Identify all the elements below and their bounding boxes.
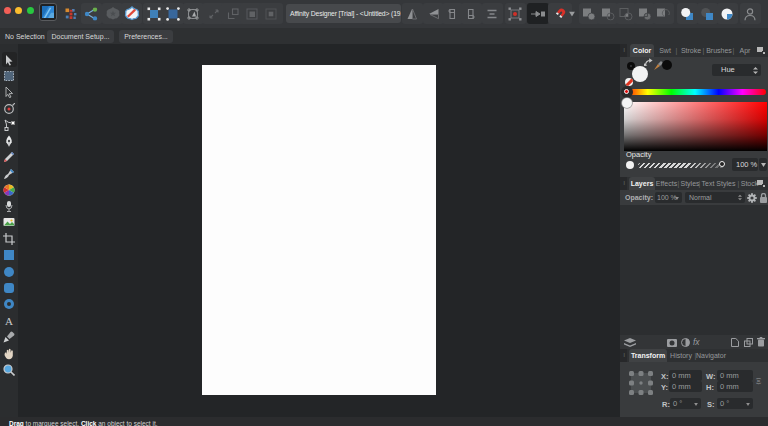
- svg-text:A: A: [5, 315, 13, 327]
